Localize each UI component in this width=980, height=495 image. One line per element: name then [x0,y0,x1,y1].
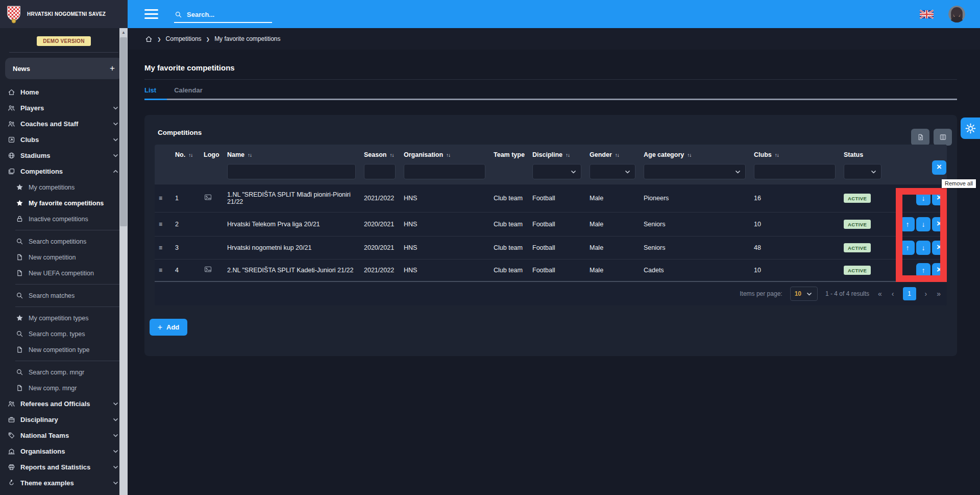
cell-gender: Male [585,195,640,202]
remove-row-button[interactable] [932,241,946,255]
organisation-filter-input[interactable] [404,164,485,179]
plus-icon[interactable] [110,63,115,74]
age-category-filter-select[interactable] [644,164,746,179]
breadcrumb-item[interactable]: My favorite competitions [214,35,280,42]
remove-all-button[interactable] [932,160,946,175]
cell-clubs: 10 [750,221,840,228]
sidebar-item-new-comp-mngr[interactable]: New comp. mngr [0,380,128,396]
sidebar-item-competitions[interactable]: Competitions [0,163,128,179]
gender-filter-select[interactable] [590,164,635,179]
row-actions [886,217,950,231]
sidebar-item-administration[interactable]: Administration [0,491,128,495]
breadcrumb-item[interactable]: Competitions [166,35,202,42]
season-filter-input[interactable] [364,164,396,179]
move-down-button[interactable] [916,191,930,205]
sidebar-item-my-competition-types[interactable]: My competition types [0,310,128,326]
move-down-button[interactable] [916,241,930,255]
sort-icon[interactable] [188,152,192,158]
reports-icon [7,463,15,472]
settings-panel-button[interactable] [961,117,980,139]
sort-icon[interactable] [615,152,619,158]
sidebar-item-search-comp-types[interactable]: Search comp. types [0,326,128,342]
sidebar-item-stadiums[interactable]: Stadiums [0,148,128,163]
star-icon [15,199,23,207]
sidebar-item-new-competition[interactable]: New competition [0,249,128,265]
breadcrumb-separator-icon [206,36,210,42]
sidebar-item-disciplinary[interactable]: Disciplinary [0,412,128,428]
discipline-filter-select[interactable] [532,164,581,179]
move-up-button[interactable] [900,241,915,255]
items-per-page-select[interactable]: 10 [790,287,818,301]
move-up-button[interactable] [916,263,930,277]
previous-page-button[interactable] [891,290,895,298]
tabs: List Calendar [144,86,957,99]
tab-calendar[interactable]: Calendar [174,86,203,94]
sidebar-item-theme-examples[interactable]: Theme examples [0,475,128,491]
sort-icon[interactable] [566,152,570,158]
sidebar-item-search-matches[interactable]: Search matches [0,288,128,303]
sidebar-item-reports[interactable]: Reports and Statistics [0,459,128,475]
global-search-input[interactable]: Search... [174,10,272,23]
sidebar-item-organisations[interactable]: Organisations [0,443,128,459]
drag-handle[interactable] [155,244,171,251]
cell-name[interactable]: 2.NL "SREDIŠTA SPLIT Kadeti-Juniori 21/2… [223,267,360,274]
stadiums-icon [7,152,15,160]
drag-handle[interactable] [155,267,171,274]
last-page-button[interactable] [936,290,942,298]
sort-icon[interactable] [446,152,450,158]
scrollbar-up-arrow-icon[interactable] [119,28,128,36]
user-avatar[interactable] [948,6,965,22]
sidebar-item-inactive-competitions[interactable]: Inactive competitions [0,211,128,227]
add-button[interactable]: Add [150,319,187,336]
news-widget[interactable]: News [5,58,122,79]
first-page-button[interactable] [877,290,883,298]
sidebar-item-new-competition-type[interactable]: New competition type [0,342,128,358]
move-down-button[interactable] [916,217,930,231]
export-excel-button[interactable] [911,129,929,146]
remove-row-button[interactable] [932,191,946,205]
drag-handle[interactable] [155,195,171,202]
sidebar-item-referees[interactable]: Referees and Officials [0,396,128,412]
row-actions [886,241,950,255]
sidebar-item-search-comp-mngr[interactable]: Search comp. mngr [0,364,128,380]
move-up-button[interactable] [900,217,915,231]
sidebar-scrollbar[interactable] [119,28,128,495]
sidebar-item-my-favorite-competitions[interactable]: My favorite competitions [0,195,128,211]
sort-icon[interactable] [687,152,691,158]
sidebar-item-search-competitions[interactable]: Search competitions [0,233,128,249]
cell-name[interactable]: Hrvatski Telekom Prva liga 20/21 [223,221,360,228]
sidebar-item-players[interactable]: Players [0,100,128,116]
cell-name[interactable]: 1.NL "SREDIŠTA SPLIT Mlađi pioniri-Pioni… [223,191,360,205]
sidebar-item-coaches[interactable]: Coaches and Staff [0,116,128,132]
name-filter-input[interactable] [227,164,356,179]
sidebar-item-new-uefa-competition[interactable]: New UEFA competition [0,265,128,281]
sidebar-item-my-competitions[interactable]: My competitions [0,179,128,195]
clubs-filter-input[interactable] [754,164,836,179]
remove-row-button[interactable] [932,263,946,277]
remove-row-button[interactable] [932,217,946,231]
competitions-card: Competitions No. Logo Name [144,115,957,356]
sort-icon[interactable] [248,152,252,158]
sidebar-item-home[interactable]: Home [0,84,128,100]
home-icon[interactable] [144,35,153,43]
remove-all-tooltip: Remove all [942,179,976,188]
page-number-button[interactable]: 1 [903,287,916,300]
column-settings-button[interactable] [934,129,952,146]
chevron-down-icon [733,168,742,176]
tab-list[interactable]: List [144,86,156,94]
next-page-button[interactable] [924,290,928,298]
sidebar-item-clubs[interactable]: Clubs [0,132,128,148]
scrollbar-thumb[interactable] [120,37,127,226]
cell-name[interactable]: Hrvatski nogometni kup 20/21 [223,244,360,251]
hamburger-menu-icon[interactable] [144,7,158,21]
national-teams-icon [7,432,15,440]
breadcrumb: Competitions My favorite competitions [128,28,980,50]
sidebar-item-label: Clubs [20,136,39,144]
sort-icon[interactable] [389,152,394,158]
drag-handle[interactable] [155,221,171,228]
cell-team-type: Club team [489,221,528,228]
sidebar-item-national-teams[interactable]: National Teams [0,428,128,443]
sort-icon[interactable] [775,152,779,158]
status-filter-select[interactable] [844,164,881,179]
language-flag-icon[interactable] [920,10,934,19]
